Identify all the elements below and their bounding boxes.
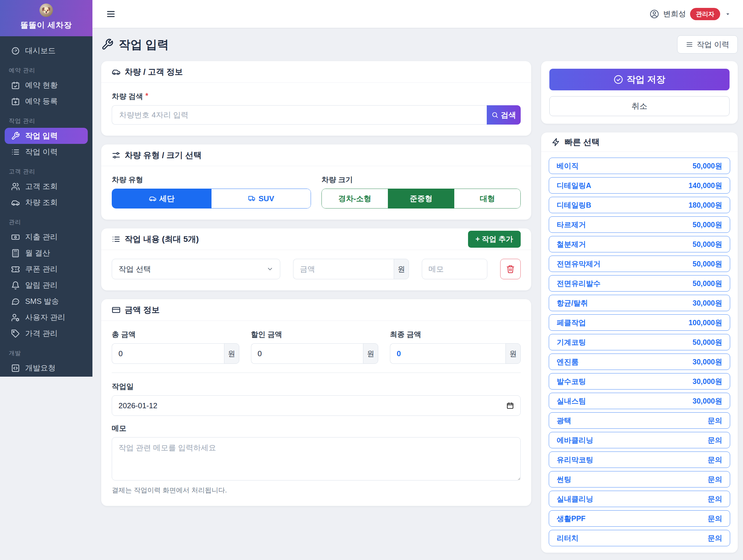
quick-item[interactable]: 발수코팅30,000원 — [549, 373, 730, 389]
quick-item[interactable]: 광택문의 — [549, 412, 730, 429]
calendar-icon — [506, 402, 514, 409]
car-icon — [112, 67, 121, 76]
total-amount-input[interactable] — [112, 343, 224, 364]
banknote-icon — [11, 233, 20, 241]
quick-item[interactable]: 리터치문의 — [549, 530, 730, 546]
sidebar-item-label: 예약 현황 — [25, 80, 58, 90]
quick-item[interactable]: 기계코팅50,000원 — [549, 334, 730, 350]
sidebar-item-reservation-register[interactable]: 예약 등록 — [5, 93, 88, 109]
cancel-button[interactable]: 취소 — [549, 96, 730, 116]
discount-amount-label: 할인 금액 — [251, 330, 379, 339]
card-title: 작업 내용 (최대 5개) — [125, 234, 199, 245]
quick-item[interactable]: 타르제거50,000원 — [549, 217, 730, 233]
sidebar-item-user-admin[interactable]: 사용자 관리 — [5, 310, 88, 325]
vehicle-type-size-card: 차량 유형 / 크기 선택 차량 유형 세단 — [101, 144, 531, 220]
quick-item[interactable]: 썬팅문의 — [549, 471, 730, 487]
user-circle-icon — [650, 9, 659, 19]
type-option-suv[interactable]: SUV — [211, 189, 311, 208]
sidebar-item-label: SMS 발송 — [25, 296, 59, 307]
sidebar-item-dashboard[interactable]: 대시보드 — [5, 43, 88, 59]
calendar-check-icon — [11, 81, 20, 90]
quick-item[interactable]: 유리막코팅문의 — [549, 452, 730, 468]
top-header: 변희성 관리자 — [92, 0, 743, 28]
vehicle-search-input[interactable] — [112, 105, 487, 125]
sidebar: 🐶 똘똘이 세차장 대시보드 예약 관리 예약 현황 예약 등록 작업 관리 작… — [0, 0, 92, 377]
car-icon — [149, 195, 157, 202]
work-date-field[interactable] — [112, 395, 521, 416]
sidebar-section-work: 작업 관리 — [9, 117, 88, 125]
vehicle-search-label: 차량 검색* — [112, 92, 521, 101]
sidebar-item-coupon[interactable]: 쿠폰 관리 — [5, 261, 88, 277]
sidebar-item-notification[interactable]: 알림 관리 — [5, 277, 88, 293]
card-title: 빠른 선택 — [565, 137, 600, 148]
divider — [112, 373, 521, 373]
list-icon — [112, 235, 121, 244]
work-memo-input[interactable] — [422, 259, 487, 279]
tools-icon — [101, 38, 114, 51]
currency-suffix: 원 — [506, 343, 521, 364]
page-title: 작업 입력 — [101, 37, 169, 53]
sidebar-item-label: 쿠폰 관리 — [25, 264, 58, 274]
sidebar-nav: 대시보드 예약 관리 예약 현황 예약 등록 작업 관리 작업 입력 작업 이력… — [0, 36, 92, 376]
card-title: 차량 / 고객 정보 — [125, 66, 183, 78]
quick-item[interactable]: 철분제거50,000원 — [549, 236, 730, 252]
vehicle-search-button[interactable]: 검색 — [487, 105, 521, 125]
sidebar-item-label: 사용자 관리 — [25, 312, 65, 323]
quick-item[interactable]: 엔진룸30,000원 — [549, 354, 730, 370]
work-select[interactable]: 작업 선택 — [112, 259, 280, 279]
gauge-icon — [11, 46, 20, 55]
calculator-icon — [11, 249, 20, 258]
sidebar-item-reservation-status[interactable]: 예약 현황 — [5, 77, 88, 93]
quick-item[interactable]: 디테일링B180,000원 — [549, 197, 730, 213]
menu-toggle-icon[interactable] — [106, 9, 116, 19]
memo-label: 메모 — [112, 423, 521, 433]
trash-icon — [506, 265, 515, 273]
quick-item[interactable]: 베이직50,000원 — [549, 157, 730, 174]
size-option-small[interactable]: 경차-소형 — [322, 189, 388, 208]
quick-item[interactable]: 전면유리발수50,000원 — [549, 275, 730, 291]
discount-amount-input[interactable] — [251, 343, 363, 364]
quick-item[interactable]: 전면유막제거50,000원 — [549, 255, 730, 272]
user-name: 변희성 — [663, 9, 686, 19]
type-option-sedan[interactable]: 세단 — [112, 189, 211, 208]
final-amount-input[interactable] — [390, 343, 506, 364]
sidebar-item-price[interactable]: 가격 관리 — [5, 325, 88, 341]
size-option-large[interactable]: 대형 — [454, 189, 520, 208]
brand-avatar: 🐶 — [40, 3, 53, 17]
sidebar-item-vehicle-search[interactable]: 차량 조회 — [5, 194, 88, 211]
work-history-button[interactable]: 작업 이력 — [677, 35, 738, 53]
quick-item[interactable]: 페클작업100,000원 — [549, 314, 730, 331]
delete-work-button[interactable] — [500, 259, 521, 279]
sidebar-item-work-history[interactable]: 작업 이력 — [5, 144, 88, 160]
sidebar-item-customer-search[interactable]: 고객 조회 — [5, 178, 88, 194]
add-work-button[interactable]: + 작업 추가 — [468, 231, 521, 248]
sidebar-item-monthly[interactable]: 월 결산 — [5, 245, 88, 261]
save-work-button[interactable]: 작업 저장 — [549, 69, 730, 90]
work-amount-input[interactable] — [293, 259, 394, 279]
work-row: 작업 선택 원 — [112, 259, 521, 279]
action-card: 작업 저장 취소 — [541, 61, 738, 124]
quick-item[interactable]: 실내스팀30,000원 — [549, 393, 730, 409]
quick-item[interactable]: 에바클리닝문의 — [549, 432, 730, 448]
credit-card-icon — [112, 306, 121, 314]
size-option-mid[interactable]: 준중형 — [388, 189, 454, 208]
role-badge: 관리자 — [690, 8, 720, 20]
quick-item[interactable]: 디테일링A140,000원 — [549, 177, 730, 194]
sidebar-item-label: 작업 이력 — [25, 147, 58, 157]
sidebar-item-expense[interactable]: 지출 관리 — [5, 229, 88, 245]
quick-item[interactable]: 생활PPF문의 — [549, 510, 730, 527]
final-amount-label: 최종 금액 — [390, 330, 521, 339]
quick-item[interactable]: 항균/탈취30,000원 — [549, 295, 730, 311]
brand-header: 🐶 똘똘이 세차장 — [0, 0, 92, 36]
memo-textarea[interactable] — [112, 437, 521, 480]
main-content: 작업 입력 작업 이력 차량 / 고객 정보 차량 검색* — [92, 28, 743, 560]
sliders-icon — [112, 151, 121, 160]
work-date-input[interactable] — [119, 401, 506, 410]
quick-item[interactable]: 실내클리닝문의 — [549, 491, 730, 507]
sidebar-section-dev: 개발 — [9, 349, 88, 357]
user-menu[interactable]: 변희성 관리자 — [650, 8, 731, 20]
sidebar-item-dev-request[interactable]: 개발요청 — [5, 360, 88, 376]
sidebar-item-work-input[interactable]: 작업 입력 — [5, 128, 88, 144]
sidebar-item-sms[interactable]: SMS 발송 — [5, 293, 88, 310]
payment-note: 결제는 작업이력 화면에서 처리됩니다. — [112, 486, 521, 495]
